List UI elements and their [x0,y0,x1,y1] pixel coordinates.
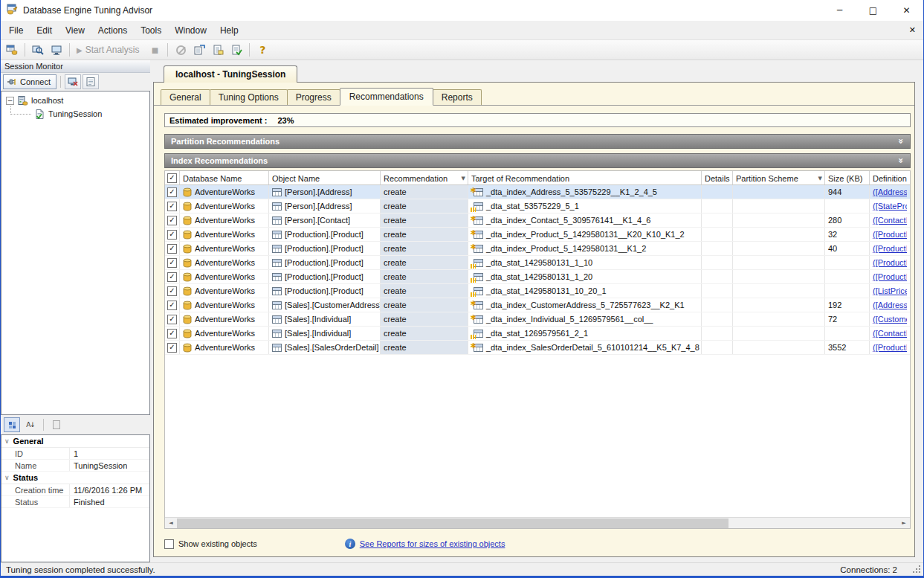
expand-chevron-icon[interactable]: » [896,138,906,144]
table-row[interactable]: ✓ AdventureWorks [Production].[Product] … [165,256,910,270]
property-category-status[interactable]: ∨ Status [1,472,149,484]
row-checkbox[interactable]: ✓ [167,258,177,268]
definition-link[interactable]: ([ProductID] [873,244,907,253]
recommendation-cell[interactable]: create [381,270,468,283]
alphabetical-sort-button[interactable]: A↓ [22,417,39,432]
recommendation-cell[interactable]: create [381,284,468,298]
table-row[interactable]: ✓ AdventureWorks [Person].[Contact] crea… [165,213,910,228]
stop-session-button[interactable] [65,74,81,89]
definition-link[interactable]: ([AddressID] [873,187,907,196]
new-session-button[interactable] [4,42,20,58]
definition-link[interactable]: ([ProductMo [873,230,907,239]
definition-link[interactable]: ([ContactID] [873,329,907,338]
session-document-tab[interactable]: localhost - TuningSession [164,65,297,83]
tree-item-localhost[interactable]: − localhost [1,94,149,107]
row-checkbox[interactable]: ✓ [167,329,177,338]
partition-scheme-cell[interactable] [733,341,825,354]
start-analysis-button[interactable]: ▶ Start Analysis [74,42,144,58]
scroll-left-button[interactable]: ◄ [165,518,177,528]
column-header-size[interactable]: Size (KB) [825,171,870,184]
see-reports-link[interactable]: See Reports for sizes of existing object… [360,539,505,548]
property-row-creation-time[interactable]: Creation time 11/6/2016 1:26 PM [1,484,149,496]
connect-button[interactable]: Connect [3,74,56,89]
column-header-recommendation[interactable]: Recommendation ▼ [381,171,468,184]
categorized-button[interactable] [4,417,20,432]
recommendation-cell[interactable]: create [381,242,468,255]
horizontal-scrollbar[interactable]: ◄ ► [165,517,910,528]
menu-tools[interactable]: Tools [134,22,168,39]
partition-scheme-cell[interactable] [733,298,825,312]
recommendation-cell[interactable]: create [381,228,468,241]
row-checkbox[interactable]: ✓ [167,216,177,225]
maximize-button[interactable]: □ [856,0,890,21]
partition-scheme-cell[interactable] [733,256,825,269]
tree-expander-icon[interactable]: − [6,97,14,105]
definition-link[interactable]: ([ListPrice], [873,286,907,295]
definition-link[interactable]: ([Customer [873,315,907,324]
table-row[interactable]: ✓ AdventureWorks [Production].[Product] … [165,228,910,242]
column-header-database-name[interactable]: Database Name [180,171,269,184]
tab-tuning-options[interactable]: Tuning Options [210,89,288,105]
row-checkbox[interactable]: ✓ [167,230,177,240]
export-recommendations-button[interactable] [210,42,226,58]
recommendation-cell[interactable]: create [381,213,468,227]
menu-edit[interactable]: Edit [30,22,59,39]
property-row-id[interactable]: ID 1 [1,448,149,460]
tab-general[interactable]: General [161,89,210,105]
column-header-object-name[interactable]: Object Name [269,171,381,184]
definition-link[interactable]: ([StateProvi [873,202,907,211]
definition-link[interactable]: ([ContactID] [873,216,907,225]
open-file-button[interactable] [30,42,46,58]
property-category-general[interactable]: ∨ General [1,435,149,448]
recommendation-cell[interactable]: create [381,199,468,213]
help-button[interactable]: ? [254,42,271,58]
session-properties-button[interactable] [83,74,99,89]
property-pages-button[interactable] [48,417,65,432]
property-row-status[interactable]: Status Finished [1,496,149,508]
partition-scheme-cell[interactable] [733,327,825,340]
table-row[interactable]: ✓ AdventureWorks [Production].[Product] … [165,284,910,298]
recommendation-cell[interactable]: create [381,341,468,354]
menu-file[interactable]: File [2,22,30,39]
column-header-definition[interactable]: Definition [870,171,910,184]
definition-link[interactable]: ([ProductID] [873,272,907,281]
open-session-button[interactable] [48,42,65,58]
tab-recommendations[interactable]: Recommendations [340,88,433,106]
partition-scheme-cell[interactable] [733,213,825,227]
partition-scheme-cell[interactable] [733,228,825,241]
scroll-right-button[interactable]: ► [898,518,910,528]
scrollbar-thumb[interactable] [177,518,728,528]
close-button[interactable]: ✕ [890,0,923,21]
column-header-details[interactable]: Details [702,171,733,184]
partition-scheme-cell[interactable] [733,185,825,199]
table-row[interactable]: ✓ AdventureWorks [Sales].[SalesOrderDeta… [165,341,910,355]
recommendation-cell[interactable]: create [381,312,468,326]
menu-actions[interactable]: Actions [91,22,134,39]
recommendation-cell[interactable]: create [381,298,468,312]
partition-scheme-cell[interactable] [733,270,825,283]
property-row-name[interactable]: Name TuningSession [1,460,149,472]
table-row[interactable]: ✓ AdventureWorks [Sales].[Individual] cr… [165,312,910,327]
import-workload-button[interactable] [191,42,207,58]
filter-dropdown-icon[interactable]: ▼ [818,176,822,182]
resize-grip[interactable] [913,565,920,573]
apply-recommendations-button[interactable] [228,42,245,58]
partition-recommendations-header[interactable]: Partition Recommendations » [164,134,911,149]
partition-scheme-cell[interactable] [733,242,825,255]
partition-scheme-cell[interactable] [733,312,825,326]
menu-window[interactable]: Window [168,22,213,39]
menu-view[interactable]: View [59,22,91,39]
definition-link[interactable]: ([AddressID] [873,301,907,309]
table-row[interactable]: ✓ AdventureWorks [Person].[Address] crea… [165,199,910,213]
recommendation-cell[interactable]: create [381,327,468,340]
definition-link[interactable]: ([ProductID] [873,258,907,267]
row-checkbox[interactable]: ✓ [167,187,177,197]
clear-results-button[interactable] [172,42,189,58]
recommendation-cell[interactable]: create [381,185,468,199]
menu-help[interactable]: Help [213,22,245,39]
stop-analysis-button[interactable]: ■ [146,42,163,58]
recommendation-cell[interactable]: create [381,256,468,269]
select-all-checkbox[interactable]: ✓ [167,173,177,183]
close-document-icon[interactable]: ✕ [909,25,916,35]
definition-link[interactable]: ([ProductID] [873,343,907,352]
